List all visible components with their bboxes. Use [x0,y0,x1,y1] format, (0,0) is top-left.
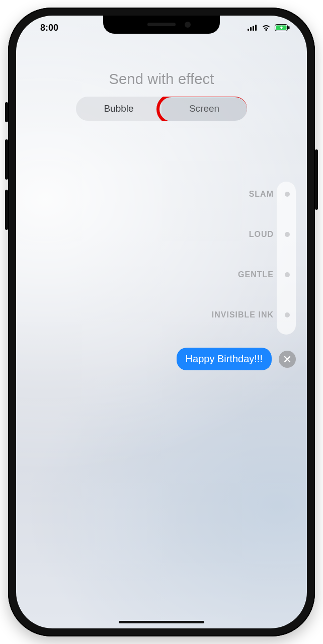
screen: 8:00 [16,16,307,628]
effect-option-invisible-ink[interactable]: INVISIBLE INK [135,310,296,319]
front-camera [185,22,191,28]
battery-charging-icon [275,24,290,31]
bubble-effects-list: SLAM LOUD GENTLE INVISIBLE INK [135,182,296,335]
status-time: 8:00 [30,23,58,33]
status-indicators [248,24,293,31]
effect-option-gentle[interactable]: GENTLE [135,270,296,279]
effect-dot-icon [285,192,290,197]
close-icon [283,355,291,363]
phone-frame: 8:00 [8,8,315,636]
page-title: Send with effect [30,71,293,88]
svg-rect-0 [248,29,249,31]
effect-option-slam[interactable]: SLAM [135,190,296,199]
send-with-effect-sheet: Send with effect Bubble Screen SLAM LOUD [16,16,307,628]
svg-rect-6 [288,26,290,29]
home-indicator[interactable] [119,621,204,623]
message-bubble: Happy Birthday!!! [177,348,272,370]
svg-rect-1 [250,27,252,31]
speaker-grille [147,23,176,26]
svg-rect-2 [253,26,254,31]
effect-label: INVISIBLE INK [212,310,296,319]
effect-dot-icon [285,312,290,317]
tab-bubble[interactable]: Bubble [76,97,162,121]
mute-switch [5,102,8,122]
svg-rect-3 [255,25,257,31]
cancel-button[interactable] [279,351,296,368]
effect-option-loud[interactable]: LOUD [135,230,296,239]
effect-type-segmented-control[interactable]: Bubble Screen [76,97,247,121]
tab-screen[interactable]: Screen [162,97,247,121]
message-preview-row: Happy Birthday!!! [30,348,296,370]
volume-up-button-hardware [5,139,8,180]
side-button-hardware [315,149,318,210]
effect-dot-icon [285,272,290,277]
effect-dot-icon [285,232,290,237]
notch [103,16,220,34]
wifi-icon [262,25,271,31]
cellular-signal-icon [248,25,258,31]
volume-down-button-hardware [5,190,8,230]
